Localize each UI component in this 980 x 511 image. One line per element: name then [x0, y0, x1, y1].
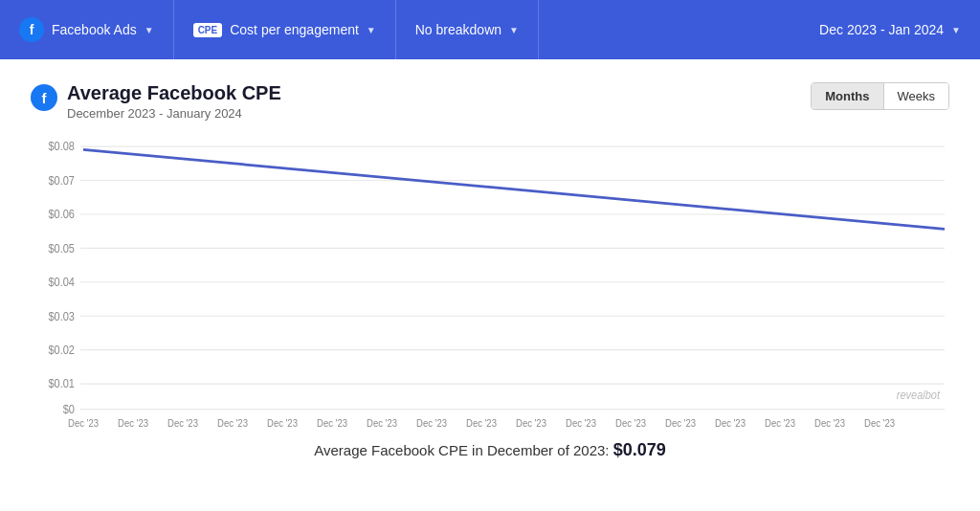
metric-selector[interactable]: CPE Cost per engagement ▼ — [174, 0, 396, 59]
chart-subtitle: December 2023 - January 2024 — [67, 106, 281, 121]
time-toggle: Months Weeks — [811, 82, 949, 110]
svg-text:$0.04: $0.04 — [48, 276, 75, 289]
svg-text:$0.01: $0.01 — [48, 377, 75, 390]
metric-label: Cost per engagement — [230, 22, 359, 37]
svg-text:$0.06: $0.06 — [48, 208, 75, 221]
top-nav: f Facebook Ads ▼ CPE Cost per engagement… — [0, 0, 980, 59]
chart-svg: $0.08 $0.07 $0.06 $0.05 $0.04 $0.03 $0.0… — [31, 136, 949, 433]
svg-text:$0: $0 — [63, 403, 75, 416]
chart-header: f Average Facebook CPE December 2023 - J… — [31, 82, 949, 121]
svg-text:$0.02: $0.02 — [48, 344, 75, 357]
source-chevron: ▼ — [145, 25, 154, 35]
weeks-button[interactable]: Weeks — [884, 83, 949, 109]
daterange-selector[interactable]: Dec 2023 - Jan 2024 ▼ — [800, 0, 980, 59]
svg-text:revealbot: revealbot — [897, 388, 941, 401]
summary-text: Average Facebook CPE in December of 2023… — [314, 442, 609, 458]
svg-text:Dec '23: Dec '23 — [367, 418, 397, 430]
breakdown-selector[interactable]: No breakdown ▼ — [396, 0, 539, 59]
svg-text:Dec '23: Dec '23 — [267, 418, 298, 430]
svg-text:Dec '23: Dec '23 — [217, 418, 248, 430]
svg-text:Dec '23: Dec '23 — [317, 418, 347, 430]
svg-text:Dec '23: Dec '23 — [118, 418, 148, 430]
breakdown-label: No breakdown — [415, 22, 501, 37]
summary-value: $0.079 — [613, 440, 666, 459]
svg-text:Dec '23: Dec '23 — [715, 418, 746, 430]
chart-title-area: f Average Facebook CPE December 2023 - J… — [31, 82, 281, 121]
svg-text:Dec '23: Dec '23 — [765, 418, 795, 430]
daterange-label: Dec 2023 - Jan 2024 — [819, 22, 944, 37]
bottom-summary: Average Facebook CPE in December of 2023… — [31, 440, 949, 460]
svg-text:Dec '23: Dec '23 — [68, 418, 99, 430]
source-selector[interactable]: f Facebook Ads ▼ — [0, 0, 174, 59]
svg-text:Dec '23: Dec '23 — [516, 418, 546, 430]
metric-chevron: ▼ — [367, 25, 376, 35]
breakdown-chevron: ▼ — [509, 25, 519, 35]
svg-text:$0.03: $0.03 — [48, 309, 75, 322]
svg-text:Dec '23: Dec '23 — [466, 418, 497, 430]
svg-text:$0.08: $0.08 — [48, 140, 75, 153]
chart-fb-icon: f — [31, 84, 57, 111]
cpe-badge: CPE — [193, 23, 223, 37]
svg-text:Dec '23: Dec '23 — [167, 418, 198, 430]
facebook-icon: f — [19, 17, 44, 42]
svg-text:Dec '23: Dec '23 — [615, 418, 646, 430]
svg-text:Dec '23: Dec '23 — [416, 418, 447, 430]
main-content: f Average Facebook CPE December 2023 - J… — [0, 59, 980, 476]
svg-text:Dec '23: Dec '23 — [665, 418, 696, 430]
svg-text:Dec '23: Dec '23 — [814, 418, 845, 430]
months-button[interactable]: Months — [812, 83, 883, 109]
svg-text:$0.07: $0.07 — [48, 173, 75, 187]
svg-text:Dec '23: Dec '23 — [864, 418, 895, 430]
chart-title: Average Facebook CPE — [67, 82, 281, 104]
daterange-chevron: ▼ — [951, 25, 961, 35]
svg-text:Dec '23: Dec '23 — [566, 418, 596, 430]
chart-title-text: Average Facebook CPE December 2023 - Jan… — [67, 82, 281, 121]
svg-text:$0.05: $0.05 — [48, 241, 75, 255]
chart-container: $0.08 $0.07 $0.06 $0.05 $0.04 $0.03 $0.0… — [31, 136, 949, 433]
source-label: Facebook Ads — [52, 22, 137, 37]
